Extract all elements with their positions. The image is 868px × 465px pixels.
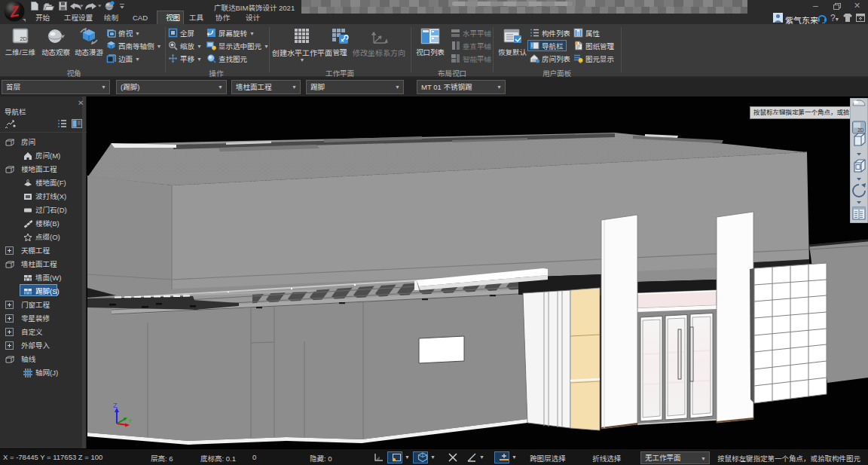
svg-text:2D: 2D bbox=[857, 127, 864, 133]
svg-text:Y: Y bbox=[128, 418, 133, 424]
svg-text:2D: 2D bbox=[20, 36, 27, 41]
